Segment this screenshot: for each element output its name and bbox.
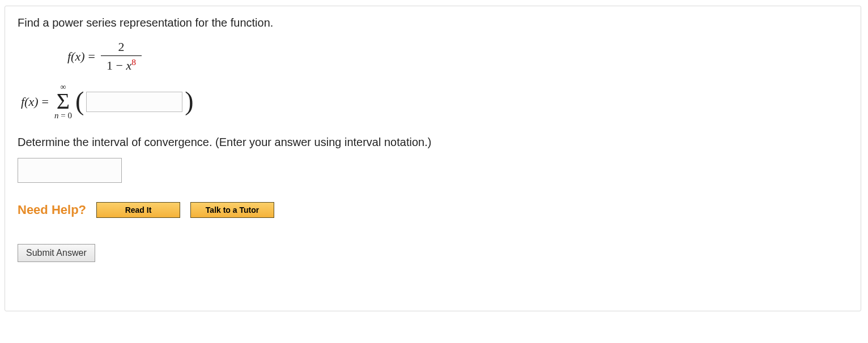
series-equals: = xyxy=(42,95,49,109)
question-container: Find a power series representation for t… xyxy=(5,6,861,311)
equals-sign: = xyxy=(88,49,95,64)
talk-to-tutor-button[interactable]: Talk to a Tutor xyxy=(190,202,274,218)
den-var: x xyxy=(126,58,131,72)
den-exponent: 8 xyxy=(131,57,136,67)
numerator: 2 xyxy=(112,40,130,55)
fraction: 2 1 − x8 xyxy=(101,40,142,73)
den-left: 1 − xyxy=(107,58,126,72)
denominator: 1 − x8 xyxy=(101,55,142,73)
need-help-label: Need Help? xyxy=(18,203,86,217)
interval-input[interactable] xyxy=(18,158,122,183)
help-row: Need Help? Read It Talk to a Tutor xyxy=(18,202,848,218)
question-prompt: Find a power series representation for t… xyxy=(18,16,848,29)
function-lhs: f(x) xyxy=(67,49,85,64)
close-paren: ) xyxy=(185,91,193,112)
series-answer-line: f(x) = ∞ Σ n = 0 ( ) xyxy=(21,83,848,120)
open-paren: ( xyxy=(75,91,84,112)
series-lhs: f(x) xyxy=(21,95,39,109)
series-term-input[interactable] xyxy=(86,92,182,112)
read-it-button[interactable]: Read It xyxy=(96,202,180,218)
sum-lower-limit: n = 0 xyxy=(54,112,72,120)
submit-answer-button[interactable]: Submit Answer xyxy=(18,244,95,262)
sigma-icon: Σ xyxy=(57,91,70,112)
function-definition: f(x) = 2 1 − x8 xyxy=(67,40,848,73)
summation: ∞ Σ n = 0 xyxy=(54,83,72,120)
interval-prompt: Determine the interval of convergence. (… xyxy=(18,136,848,149)
